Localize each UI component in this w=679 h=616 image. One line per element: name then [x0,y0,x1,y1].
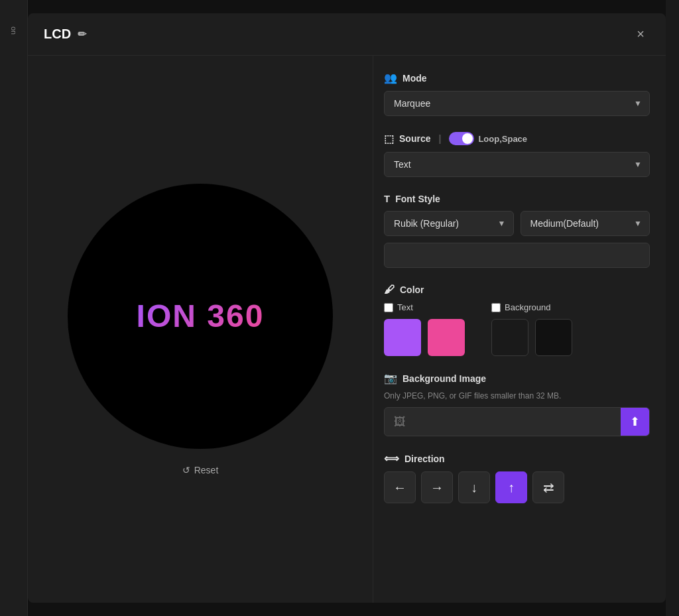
bg-image-label-text: Background Image [402,373,486,384]
text-color-label-text: Text [397,302,413,312]
bg-image-placeholder: 🖼 [385,408,621,436]
color-icon: 🖌 [384,284,395,296]
direction-section: ⟺ Direction ← → ↓ ↑ ⇄ [384,452,650,503]
bg-color-label-text: Background [505,302,550,312]
modal-title-group: LCD ✏ [44,27,86,42]
toggle-slider [449,132,474,145]
reset-label: Reset [194,465,219,475]
text-color-label: Text [384,302,465,312]
text-color-swatches [384,319,465,356]
font-style-label: T Font Style [384,193,650,204]
reset-icon: ↺ [182,465,190,475]
bg-color-swatch-1[interactable] [491,319,528,356]
font-style-label-text: Font Style [395,194,440,204]
bg-image-icon: 📷 [384,372,397,385]
font-size-select-wrapper: Small Medium(Default) Large XLarge ▼ [521,211,650,236]
close-button[interactable]: × [631,24,650,44]
text-color-swatch-1[interactable] [384,319,421,356]
lcd-modal: LCD ✏ × ION 360 ↺ Reset 👥 Mode [28,13,666,603]
dir-down-button[interactable]: ↓ [458,471,490,503]
mode-select[interactable]: Marquee Static Scroll Blink [384,91,650,116]
font-name-select[interactable]: Rubik (Regular) Arial Helvetica Roboto [384,211,514,236]
modal-header: LCD ✏ × [28,13,666,56]
source-pipe: | [438,133,441,144]
text-color-checkbox[interactable] [384,303,393,312]
bg-color-label: Background [491,302,572,312]
source-select[interactable]: Text Image Clock [384,152,650,177]
color-label-text: Color [400,284,424,295]
bg-image-upload-button[interactable]: ⬆ [621,408,649,436]
edit-icon[interactable]: ✏ [78,28,86,40]
font-size-select[interactable]: Small Medium(Default) Large XLarge [521,211,650,236]
mode-icon: 👥 [384,72,397,84]
loop-toggle-label: Loop,Space [478,134,527,144]
color-groups: Text Background [384,302,650,356]
modal-body: ION 360 ↺ Reset 👥 Mode Marquee Static [28,56,666,603]
source-icon: ⬚ [384,133,394,145]
direction-icon: ⟺ [384,452,399,465]
direction-label-text: Direction [404,454,445,464]
bg-image-section: 📷 Background Image Only JPEG, PNG, or GI… [384,372,650,436]
left-sidebar: on [0,0,28,616]
font-name-select-wrapper: Rubik (Regular) Arial Helvetica Roboto ▼ [384,211,514,236]
dir-random-button[interactable]: ⇄ [532,471,564,503]
mode-label-text: Mode [402,73,427,84]
font-row: Rubik (Regular) Arial Helvetica Roboto ▼… [384,211,650,236]
bg-color-checkbox[interactable] [491,303,501,312]
bg-color-swatches [491,319,572,356]
color-section-label: 🖌 Color [384,284,650,296]
source-section: ⬚ Source | Loop,Space Text Image [384,132,650,177]
text-color-group: Text [384,302,465,356]
upload-icon: ⬆ [630,414,640,429]
bg-image-upload-area: 🖼 ⬆ [384,407,650,436]
bg-image-label: 📷 Background Image [384,372,650,385]
dir-left-button[interactable]: ← [384,471,416,503]
bg-image-hint: Only JPEG, PNG, or GIF files smaller tha… [384,391,650,400]
direction-label: ⟺ Direction [384,452,650,465]
loop-toggle[interactable] [449,132,474,145]
font-style-section: T Font Style Rubik (Regular) Arial Helve… [384,193,650,268]
right-edge [666,0,679,616]
source-label-text: Source [399,133,430,144]
preview-area: ION 360 ↺ Reset [28,56,373,603]
left-edge-text: on [10,27,18,34]
preview-text: ION 360 [137,298,265,334]
source-select-wrapper: Text Image Clock ▼ [384,152,650,177]
circle-display: ION 360 [68,184,333,449]
text-color-swatch-2[interactable] [428,319,465,356]
settings-panel: 👥 Mode Marquee Static Scroll Blink ▼ ⬚ [373,56,666,603]
bg-color-swatch-2[interactable] [535,319,572,356]
loop-toggle-wrapper: Loop,Space [449,132,527,145]
direction-buttons: ← → ↓ ↑ ⇄ [384,471,650,503]
modal-title-text: LCD [44,27,71,42]
bg-color-group: Background [491,302,572,356]
bg-image-placeholder-icon: 🖼 [394,415,406,429]
mode-select-wrapper: Marquee Static Scroll Blink ▼ [384,91,650,116]
dir-right-button[interactable]: → [421,471,453,503]
font-text-input[interactable]: ION 360 [384,243,650,268]
source-label-row: ⬚ Source | Loop,Space [384,132,650,145]
reset-button[interactable]: ↺ Reset [182,465,219,475]
mode-section: 👥 Mode Marquee Static Scroll Blink ▼ [384,72,650,116]
dir-up-button[interactable]: ↑ [495,471,527,503]
color-section: 🖌 Color Text [384,284,650,356]
font-style-icon: T [384,193,390,204]
mode-label: 👥 Mode [384,72,650,84]
